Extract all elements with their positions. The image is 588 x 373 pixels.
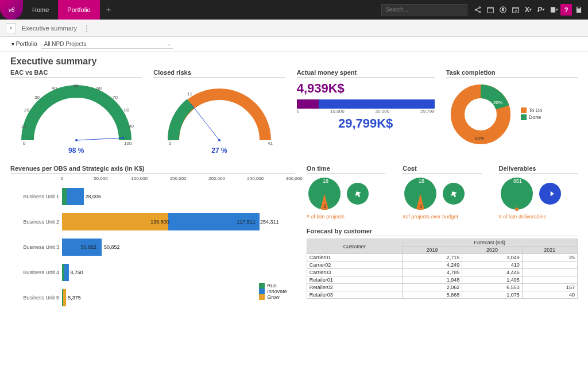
svg-text:18: 18 bbox=[419, 178, 424, 184]
deliv-trend-icon bbox=[539, 183, 561, 205]
svg-line-8 bbox=[76, 138, 123, 140]
portfolio-select[interactable]: All NPD Projects ⌄ bbox=[41, 40, 173, 49]
portfolio-selected-value: All NPD Projects bbox=[44, 41, 86, 47]
expand-sidebar-button[interactable]: › bbox=[6, 23, 16, 33]
svg-text:90: 90 bbox=[129, 124, 134, 129]
svg-rect-7 bbox=[578, 7, 581, 9]
eac-gauge: 01020 304050 607080 90100 98 % bbox=[10, 80, 142, 155]
svg-text:3: 3 bbox=[419, 203, 422, 209]
money-bar bbox=[297, 99, 435, 109]
help-icon[interactable]: ? bbox=[560, 4, 572, 16]
panel-title-revenues: Revenues per OBS and Strategic axis (in … bbox=[10, 165, 295, 174]
ontime-pie: 18 3 bbox=[307, 176, 342, 212]
dashboard-main: Executive summary EAC vs BAC 01020 30405… bbox=[0, 52, 588, 373]
svg-text:60: 60 bbox=[96, 86, 102, 91]
svg-text:20%: 20% bbox=[493, 100, 502, 105]
money-budget-value: 29,799K$ bbox=[297, 116, 435, 131]
svg-text:50: 50 bbox=[74, 83, 79, 89]
svg-text:11: 11 bbox=[187, 91, 192, 97]
svg-text:30: 30 bbox=[34, 95, 40, 100]
svg-text:70: 70 bbox=[113, 95, 118, 100]
svg-text:10: 10 bbox=[21, 124, 26, 129]
deliv-caption: # of late deliverables bbox=[499, 214, 578, 220]
ontime-trend-icon bbox=[347, 183, 369, 205]
breadcrumb-label: Executive summary bbox=[22, 25, 77, 32]
cost-trend-icon bbox=[443, 183, 465, 205]
svg-text:18: 18 bbox=[323, 178, 328, 184]
toolbar-icons: X▾ P▾ ▾ ? bbox=[472, 4, 585, 16]
cost-pie: 18 3 bbox=[403, 176, 438, 212]
task-donut: 20% 80% To Do Done bbox=[446, 80, 578, 149]
svg-point-9 bbox=[75, 139, 78, 141]
cost-caption: #of projects over budget bbox=[403, 214, 481, 220]
rev-row-bu4: Business Unit 4 8,750 bbox=[10, 260, 295, 285]
panel-title-forecast: Forecast by customer bbox=[307, 228, 578, 236]
rev-legend: Run Innovate Grow bbox=[259, 283, 287, 300]
rev-row-bu5: Business Unit 5 5,375 bbox=[10, 285, 295, 310]
export-icon[interactable]: ▾ bbox=[548, 4, 559, 16]
panel-title-cost: Cost bbox=[403, 165, 481, 174]
risks-gauge: 0 11 41 27 % bbox=[153, 80, 285, 155]
svg-point-0 bbox=[479, 7, 480, 8]
p-menu-icon[interactable]: P▾ bbox=[535, 4, 547, 16]
schedule-icon[interactable] bbox=[510, 4, 521, 16]
x-menu-icon[interactable]: X▾ bbox=[523, 4, 534, 16]
app-logo: v6 bbox=[0, 0, 23, 20]
table-row: Carrier034,7854,446 bbox=[307, 269, 577, 276]
svg-text:0: 0 bbox=[169, 141, 172, 146]
panel-title-risks: Closed risks bbox=[153, 69, 285, 78]
svg-point-2 bbox=[479, 11, 480, 13]
tab-home[interactable]: Home bbox=[23, 0, 58, 20]
chevron-down-icon: ⌄ bbox=[167, 41, 171, 47]
top-bar: v6 Home Portfolio ＋ X▾ P▾ ▾ ? bbox=[0, 0, 588, 20]
eac-value: 98 % bbox=[68, 147, 84, 155]
breadcrumb-more-icon[interactable]: ⋮ bbox=[83, 24, 91, 33]
calendar-icon[interactable] bbox=[485, 4, 496, 16]
svg-point-37 bbox=[515, 207, 519, 211]
rev-axis: 0 50,000 100,000 150,000 200,000 250,000… bbox=[62, 176, 295, 184]
panel-title-task: Task completion bbox=[446, 69, 578, 78]
th-customer: Customer bbox=[307, 239, 402, 254]
money-ticks: 010,00020,00029,799 bbox=[297, 109, 435, 114]
main-tabs: Home Portfolio bbox=[23, 0, 100, 20]
table-row: Retailer035,8681,07540 bbox=[307, 291, 577, 299]
svg-line-22 bbox=[191, 103, 219, 140]
svg-text:40: 40 bbox=[52, 86, 57, 91]
breadcrumb-bar: › Executive summary ⋮ bbox=[0, 20, 588, 37]
filter-bar: ▾ Portfolio All NPD Projects ⌄ bbox=[0, 37, 588, 52]
svg-point-10 bbox=[122, 137, 124, 139]
rev-row-bu1: Business Unit 1 28,006 bbox=[10, 184, 295, 209]
svg-text:41: 41 bbox=[268, 141, 273, 146]
add-tab-button[interactable]: ＋ bbox=[100, 5, 117, 15]
search-input[interactable] bbox=[381, 4, 467, 16]
currency-icon[interactable] bbox=[497, 4, 509, 16]
filter-label: Portfolio bbox=[16, 41, 37, 47]
risks-value: 27 % bbox=[211, 147, 227, 155]
share-icon[interactable] bbox=[472, 4, 483, 16]
panel-title-ontime: On time bbox=[307, 165, 385, 174]
svg-point-1 bbox=[475, 9, 476, 10]
panel-title-eac: EAC vs BAC bbox=[10, 69, 142, 78]
svg-rect-6 bbox=[551, 7, 555, 12]
table-row: Carrier024,249410 bbox=[307, 262, 577, 269]
search-wrap bbox=[381, 3, 467, 16]
th-forecast: Forecast (K$) bbox=[402, 239, 577, 247]
svg-point-23 bbox=[218, 139, 220, 141]
tab-portfolio[interactable]: Portfolio bbox=[58, 0, 99, 20]
ontime-caption: # of late projects bbox=[307, 214, 385, 220]
svg-text:80: 80 bbox=[124, 107, 129, 113]
panel-title-money: Actual money spent bbox=[297, 69, 435, 78]
money-spent-value: 4,939K$ bbox=[297, 81, 435, 96]
page-title: Executive summary bbox=[10, 56, 578, 67]
deliv-pie: 851 bbox=[499, 176, 535, 212]
svg-text:851: 851 bbox=[513, 178, 522, 184]
svg-text:3: 3 bbox=[323, 203, 326, 209]
small-pies: On time 18 3 # of late projects bbox=[307, 165, 578, 220]
save-icon[interactable] bbox=[573, 4, 585, 16]
rev-row-bu2: Business Unit 2 136,800 117,511 254,311 bbox=[10, 209, 295, 234]
svg-text:20: 20 bbox=[24, 107, 29, 113]
table-row: Retailer011,9481,495 bbox=[307, 276, 577, 284]
svg-text:100: 100 bbox=[124, 141, 132, 146]
panel-title-deliv: Deliverables bbox=[499, 165, 578, 174]
svg-text:80%: 80% bbox=[475, 136, 484, 141]
